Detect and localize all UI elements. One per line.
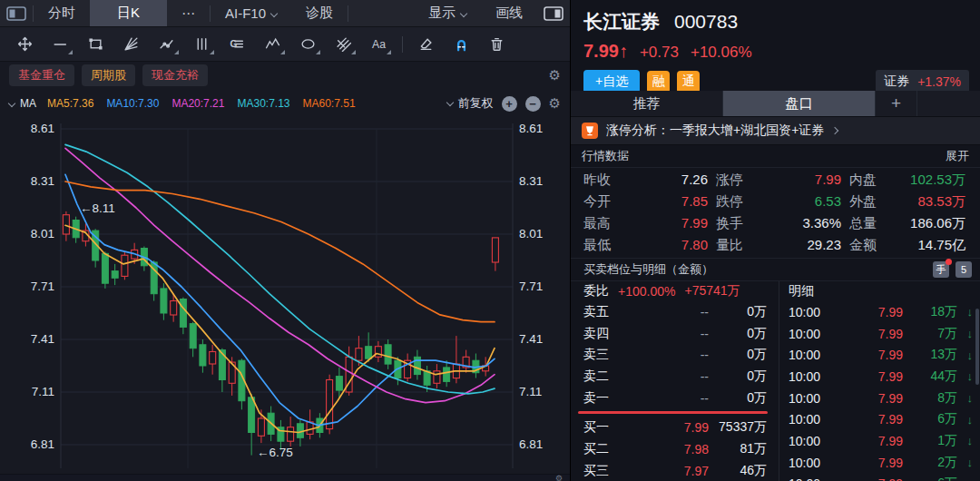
- quote-cell: 最高7.99: [583, 215, 716, 232]
- gann-lines-tool-icon[interactable]: G: [220, 31, 255, 58]
- sell-direction-arrow-icon: ↓: [957, 327, 973, 340]
- buy-level-row[interactable]: 买二7.9881万: [583, 438, 779, 460]
- trade-volume: 8万: [903, 390, 957, 407]
- trade-time: 10:00: [789, 476, 838, 481]
- trendline-tool-icon[interactable]: [43, 31, 78, 58]
- quote-row: 昨收7.26涨停7.99内盘102.53万: [583, 169, 974, 191]
- trade-detail-row[interactable]: 10:007.991万↓: [789, 430, 973, 452]
- stock-tag-bar: 基金重仓周期股现金充裕 ⚙: [0, 62, 570, 89]
- stock-tag[interactable]: 现金充裕: [142, 64, 208, 86]
- add-tab-button[interactable]: +: [876, 91, 917, 116]
- move-tool-icon[interactable]: [7, 31, 43, 58]
- limit-up-analysis-text: 涨停分析：一季报大增+湖北国资+证券: [606, 123, 824, 139]
- quote-label: 跌停: [716, 193, 743, 211]
- lots-mode-badge[interactable]: 手: [933, 261, 949, 278]
- quote-row: 今开7.85跌停6.53外盘83.53万: [583, 191, 974, 212]
- chevron-down-icon: [270, 9, 278, 16]
- diagnose-stock-button[interactable]: 诊股: [291, 0, 348, 26]
- zoom-out-button[interactable]: −: [525, 96, 541, 112]
- text-tool-icon[interactable]: Aa: [361, 31, 397, 58]
- adjust-mode-toggle[interactable]: 前复权: [447, 95, 494, 112]
- zoom-in-button[interactable]: +: [502, 96, 517, 112]
- margin-trading-badge[interactable]: 融: [647, 71, 670, 93]
- trade-detail-row[interactable]: 10:007.9913万↓: [789, 344, 973, 366]
- sell-level-row[interactable]: 卖四--0万: [583, 323, 779, 345]
- trade-detail-column[interactable]: 明细 10:007.9918万↓10:007.997万↓10:007.9913万…: [779, 281, 980, 481]
- connect-badge[interactable]: 通: [677, 71, 700, 93]
- sell-level-amount: 0万: [709, 304, 779, 320]
- stock-tag[interactable]: 基金重仓: [9, 64, 74, 86]
- trade-detail-row[interactable]: 10:007.998万↓: [789, 388, 973, 409]
- tab-minute-chart[interactable]: 分时: [34, 0, 90, 26]
- candlestick-chart-svg: 8.618.618.318.318.018.017.717.717.417.41…: [0, 118, 570, 474]
- trade-detail-row[interactable]: 10:007.997万↓: [789, 323, 973, 345]
- ma-group-toggle[interactable]: MA: [9, 97, 36, 110]
- detail-scrollbar[interactable]: [975, 309, 979, 385]
- svg-text:7.11: 7.11: [32, 385, 54, 398]
- display-menu[interactable]: 显示: [414, 0, 481, 26]
- quote-data-grid: 昨收7.26涨停7.99内盘102.53万今开7.85跌停6.53外盘83.53…: [571, 168, 980, 258]
- pitchfork-tool-icon[interactable]: [149, 31, 184, 58]
- trade-detail-row[interactable]: 10:007.9918万↓: [789, 301, 973, 323]
- quote-value: 7.80: [681, 237, 716, 252]
- sell-level-row[interactable]: 卖五--0万: [583, 301, 779, 323]
- limit-up-analysis-row[interactable]: 涨停分析：一季报大增+湖北国资+证券: [571, 117, 980, 145]
- wave-tool-icon[interactable]: [255, 31, 290, 58]
- trade-detail-row[interactable]: 10:007.9944万↓: [789, 366, 973, 388]
- hatch-lines-tool-icon[interactable]: [326, 31, 361, 58]
- tab-recommend[interactable]: 推荐: [571, 91, 723, 116]
- draw-line-button[interactable]: 画线: [481, 0, 537, 26]
- sell-level-amount: 0万: [709, 347, 779, 363]
- sell-direction-arrow-icon: ↓: [957, 348, 973, 362]
- five-level-badge[interactable]: 5: [956, 261, 972, 278]
- trade-detail-row[interactable]: 10:007.996万↓: [789, 474, 973, 481]
- quote-cell: 外盘83.53万: [849, 193, 974, 211]
- trade-volume: 44万: [903, 368, 957, 385]
- fan-lines-tool-icon[interactable]: [113, 31, 149, 58]
- expand-button[interactable]: 展开: [946, 148, 969, 164]
- quote-cell: 总量186.06万: [849, 215, 974, 232]
- quote-label: 换手: [716, 215, 743, 232]
- trash-tool-icon[interactable]: [479, 31, 514, 58]
- buy-level-amount: 46万: [709, 463, 779, 479]
- weibi-label: 委比: [583, 283, 609, 299]
- toolbar-divider: [402, 36, 403, 53]
- candlestick-chart[interactable]: 8.618.618.318.318.018.017.717.717.417.41…: [0, 118, 570, 474]
- vertical-lines-tool-icon[interactable]: [184, 31, 220, 58]
- collapse-left-panel-icon[interactable]: [0, 6, 33, 21]
- weibi-amount: +75741万: [684, 283, 740, 299]
- sell-level-row[interactable]: 卖二--0万: [583, 366, 779, 388]
- buy-level-row[interactable]: 买三7.9746万: [583, 460, 779, 481]
- orderbook-body: 委比 +100.00% +75741万 卖五--0万卖四--0万卖三--0万卖二…: [571, 281, 980, 481]
- sell-level-row[interactable]: 卖一--0万: [583, 388, 779, 409]
- trade-detail-row[interactable]: 10:007.996万↓: [789, 408, 973, 430]
- ellipse-tool-icon[interactable]: [290, 31, 326, 58]
- stock-tag[interactable]: 周期股: [82, 64, 135, 86]
- indicator-settings-gear-icon[interactable]: ⚙: [549, 95, 561, 112]
- collapse-right-panel-icon[interactable]: [537, 6, 570, 21]
- quote-panel: 长江证券 000783 7.99↑ +0.73 +10.06% +自选 融 通 …: [570, 0, 980, 481]
- buy-level-row[interactable]: 买一7.9975337万: [583, 417, 779, 438]
- quote-value: 6.53: [815, 193, 849, 209]
- magnet-tool-icon[interactable]: [444, 31, 479, 58]
- ai-f10-menu[interactable]: AI-F10: [211, 0, 291, 26]
- trade-volume: 6万: [903, 411, 957, 427]
- eraser-tool-icon[interactable]: [408, 31, 444, 58]
- tags-settings-gear-icon[interactable]: ⚙: [549, 67, 561, 83]
- chevron-down-icon: [446, 99, 453, 106]
- quote-value: 3.36%: [802, 215, 849, 231]
- sell-level-label: 卖二: [583, 368, 629, 385]
- stock-code: 000783: [674, 11, 738, 33]
- tab-pankou[interactable]: 盘口: [723, 91, 876, 116]
- trade-time: 10:00: [789, 305, 838, 319]
- buy-level-label: 买一: [583, 419, 629, 436]
- rectangle-tool-icon[interactable]: [78, 31, 113, 58]
- orderbook-header: 买卖档位与明细（金额） 手 5: [571, 258, 980, 281]
- sell-level-row[interactable]: 卖三--0万: [583, 344, 779, 366]
- sell-level-amount: 0万: [709, 368, 779, 385]
- more-periods-button[interactable]: ⋯: [167, 0, 210, 26]
- sell-level-price: --: [629, 305, 709, 319]
- tab-daily-k[interactable]: 日K: [90, 0, 167, 26]
- trade-detail-row[interactable]: 10:007.992万↓: [789, 452, 973, 474]
- svg-text:8.61: 8.61: [519, 122, 543, 135]
